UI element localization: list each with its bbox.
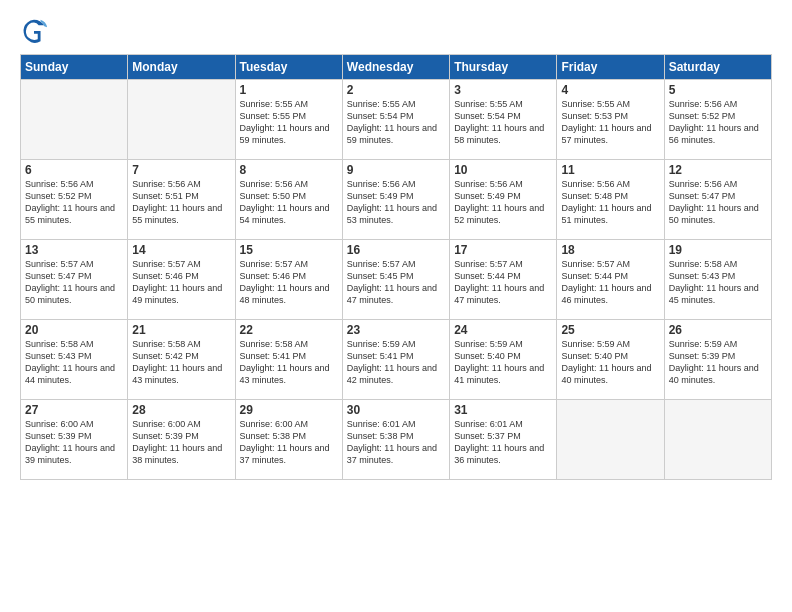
day-number: 29 xyxy=(240,403,338,417)
day-info: Sunrise: 5:56 AM Sunset: 5:49 PM Dayligh… xyxy=(454,178,552,227)
day-info: Sunrise: 5:57 AM Sunset: 5:47 PM Dayligh… xyxy=(25,258,123,307)
day-number: 17 xyxy=(454,243,552,257)
day-number: 15 xyxy=(240,243,338,257)
calendar-day-cell: 19Sunrise: 5:58 AM Sunset: 5:43 PM Dayli… xyxy=(664,240,771,320)
day-info: Sunrise: 5:56 AM Sunset: 5:51 PM Dayligh… xyxy=(132,178,230,227)
calendar-day-cell: 25Sunrise: 5:59 AM Sunset: 5:40 PM Dayli… xyxy=(557,320,664,400)
calendar-day-cell: 12Sunrise: 5:56 AM Sunset: 5:47 PM Dayli… xyxy=(664,160,771,240)
day-info: Sunrise: 5:59 AM Sunset: 5:40 PM Dayligh… xyxy=(561,338,659,387)
day-info: Sunrise: 6:00 AM Sunset: 5:39 PM Dayligh… xyxy=(132,418,230,467)
calendar-day-cell: 24Sunrise: 5:59 AM Sunset: 5:40 PM Dayli… xyxy=(450,320,557,400)
calendar-day-cell: 13Sunrise: 5:57 AM Sunset: 5:47 PM Dayli… xyxy=(21,240,128,320)
day-info: Sunrise: 6:00 AM Sunset: 5:38 PM Dayligh… xyxy=(240,418,338,467)
day-number: 3 xyxy=(454,83,552,97)
calendar-week-row: 6Sunrise: 5:56 AM Sunset: 5:52 PM Daylig… xyxy=(21,160,772,240)
day-number: 6 xyxy=(25,163,123,177)
calendar-day-cell xyxy=(664,400,771,480)
day-info: Sunrise: 5:56 AM Sunset: 5:47 PM Dayligh… xyxy=(669,178,767,227)
day-info: Sunrise: 5:56 AM Sunset: 5:48 PM Dayligh… xyxy=(561,178,659,227)
day-info: Sunrise: 6:01 AM Sunset: 5:38 PM Dayligh… xyxy=(347,418,445,467)
day-info: Sunrise: 5:59 AM Sunset: 5:41 PM Dayligh… xyxy=(347,338,445,387)
calendar-day-cell: 26Sunrise: 5:59 AM Sunset: 5:39 PM Dayli… xyxy=(664,320,771,400)
day-number: 26 xyxy=(669,323,767,337)
day-info: Sunrise: 5:55 AM Sunset: 5:53 PM Dayligh… xyxy=(561,98,659,147)
calendar-day-cell: 30Sunrise: 6:01 AM Sunset: 5:38 PM Dayli… xyxy=(342,400,449,480)
calendar-day-cell: 29Sunrise: 6:00 AM Sunset: 5:38 PM Dayli… xyxy=(235,400,342,480)
calendar-day-cell: 9Sunrise: 5:56 AM Sunset: 5:49 PM Daylig… xyxy=(342,160,449,240)
day-number: 18 xyxy=(561,243,659,257)
calendar-day-cell: 5Sunrise: 5:56 AM Sunset: 5:52 PM Daylig… xyxy=(664,80,771,160)
calendar-day-cell: 21Sunrise: 5:58 AM Sunset: 5:42 PM Dayli… xyxy=(128,320,235,400)
day-number: 1 xyxy=(240,83,338,97)
day-info: Sunrise: 5:56 AM Sunset: 5:52 PM Dayligh… xyxy=(25,178,123,227)
calendar-day-cell: 31Sunrise: 6:01 AM Sunset: 5:37 PM Dayli… xyxy=(450,400,557,480)
calendar-day-cell: 16Sunrise: 5:57 AM Sunset: 5:45 PM Dayli… xyxy=(342,240,449,320)
calendar-week-row: 1Sunrise: 5:55 AM Sunset: 5:55 PM Daylig… xyxy=(21,80,772,160)
header xyxy=(20,16,772,44)
calendar-day-cell: 27Sunrise: 6:00 AM Sunset: 5:39 PM Dayli… xyxy=(21,400,128,480)
calendar-day-cell xyxy=(21,80,128,160)
day-info: Sunrise: 5:57 AM Sunset: 5:46 PM Dayligh… xyxy=(132,258,230,307)
weekday-header-row: SundayMondayTuesdayWednesdayThursdayFrid… xyxy=(21,55,772,80)
day-number: 14 xyxy=(132,243,230,257)
day-number: 4 xyxy=(561,83,659,97)
day-number: 10 xyxy=(454,163,552,177)
day-info: Sunrise: 5:56 AM Sunset: 5:52 PM Dayligh… xyxy=(669,98,767,147)
calendar-day-cell: 11Sunrise: 5:56 AM Sunset: 5:48 PM Dayli… xyxy=(557,160,664,240)
calendar-day-cell: 7Sunrise: 5:56 AM Sunset: 5:51 PM Daylig… xyxy=(128,160,235,240)
calendar-day-cell: 15Sunrise: 5:57 AM Sunset: 5:46 PM Dayli… xyxy=(235,240,342,320)
calendar-day-cell: 8Sunrise: 5:56 AM Sunset: 5:50 PM Daylig… xyxy=(235,160,342,240)
day-info: Sunrise: 5:58 AM Sunset: 5:43 PM Dayligh… xyxy=(25,338,123,387)
day-info: Sunrise: 5:55 AM Sunset: 5:54 PM Dayligh… xyxy=(347,98,445,147)
day-info: Sunrise: 6:01 AM Sunset: 5:37 PM Dayligh… xyxy=(454,418,552,467)
calendar-day-cell: 10Sunrise: 5:56 AM Sunset: 5:49 PM Dayli… xyxy=(450,160,557,240)
day-number: 28 xyxy=(132,403,230,417)
day-info: Sunrise: 5:58 AM Sunset: 5:41 PM Dayligh… xyxy=(240,338,338,387)
day-info: Sunrise: 5:58 AM Sunset: 5:42 PM Dayligh… xyxy=(132,338,230,387)
day-info: Sunrise: 5:59 AM Sunset: 5:39 PM Dayligh… xyxy=(669,338,767,387)
weekday-header-tuesday: Tuesday xyxy=(235,55,342,80)
calendar-week-row: 27Sunrise: 6:00 AM Sunset: 5:39 PM Dayli… xyxy=(21,400,772,480)
day-number: 19 xyxy=(669,243,767,257)
calendar-day-cell: 28Sunrise: 6:00 AM Sunset: 5:39 PM Dayli… xyxy=(128,400,235,480)
day-number: 21 xyxy=(132,323,230,337)
day-info: Sunrise: 5:57 AM Sunset: 5:44 PM Dayligh… xyxy=(454,258,552,307)
calendar-day-cell: 1Sunrise: 5:55 AM Sunset: 5:55 PM Daylig… xyxy=(235,80,342,160)
calendar-week-row: 20Sunrise: 5:58 AM Sunset: 5:43 PM Dayli… xyxy=(21,320,772,400)
calendar-day-cell xyxy=(557,400,664,480)
day-info: Sunrise: 5:57 AM Sunset: 5:44 PM Dayligh… xyxy=(561,258,659,307)
day-number: 16 xyxy=(347,243,445,257)
day-number: 22 xyxy=(240,323,338,337)
day-info: Sunrise: 5:56 AM Sunset: 5:49 PM Dayligh… xyxy=(347,178,445,227)
day-number: 20 xyxy=(25,323,123,337)
day-info: Sunrise: 5:59 AM Sunset: 5:40 PM Dayligh… xyxy=(454,338,552,387)
calendar-day-cell: 23Sunrise: 5:59 AM Sunset: 5:41 PM Dayli… xyxy=(342,320,449,400)
weekday-header-sunday: Sunday xyxy=(21,55,128,80)
day-info: Sunrise: 5:57 AM Sunset: 5:46 PM Dayligh… xyxy=(240,258,338,307)
calendar-day-cell: 17Sunrise: 5:57 AM Sunset: 5:44 PM Dayli… xyxy=(450,240,557,320)
calendar-day-cell: 22Sunrise: 5:58 AM Sunset: 5:41 PM Dayli… xyxy=(235,320,342,400)
weekday-header-monday: Monday xyxy=(128,55,235,80)
calendar-day-cell: 20Sunrise: 5:58 AM Sunset: 5:43 PM Dayli… xyxy=(21,320,128,400)
day-info: Sunrise: 5:55 AM Sunset: 5:55 PM Dayligh… xyxy=(240,98,338,147)
day-number: 24 xyxy=(454,323,552,337)
day-info: Sunrise: 6:00 AM Sunset: 5:39 PM Dayligh… xyxy=(25,418,123,467)
weekday-header-thursday: Thursday xyxy=(450,55,557,80)
calendar-day-cell xyxy=(128,80,235,160)
day-number: 25 xyxy=(561,323,659,337)
day-number: 9 xyxy=(347,163,445,177)
day-number: 5 xyxy=(669,83,767,97)
day-number: 27 xyxy=(25,403,123,417)
calendar-week-row: 13Sunrise: 5:57 AM Sunset: 5:47 PM Dayli… xyxy=(21,240,772,320)
calendar-day-cell: 6Sunrise: 5:56 AM Sunset: 5:52 PM Daylig… xyxy=(21,160,128,240)
calendar-day-cell: 4Sunrise: 5:55 AM Sunset: 5:53 PM Daylig… xyxy=(557,80,664,160)
day-info: Sunrise: 5:56 AM Sunset: 5:50 PM Dayligh… xyxy=(240,178,338,227)
day-info: Sunrise: 5:58 AM Sunset: 5:43 PM Dayligh… xyxy=(669,258,767,307)
calendar-day-cell: 2Sunrise: 5:55 AM Sunset: 5:54 PM Daylig… xyxy=(342,80,449,160)
weekday-header-wednesday: Wednesday xyxy=(342,55,449,80)
calendar-day-cell: 18Sunrise: 5:57 AM Sunset: 5:44 PM Dayli… xyxy=(557,240,664,320)
logo-icon xyxy=(20,16,48,44)
day-number: 31 xyxy=(454,403,552,417)
calendar-day-cell: 14Sunrise: 5:57 AM Sunset: 5:46 PM Dayli… xyxy=(128,240,235,320)
weekday-header-saturday: Saturday xyxy=(664,55,771,80)
